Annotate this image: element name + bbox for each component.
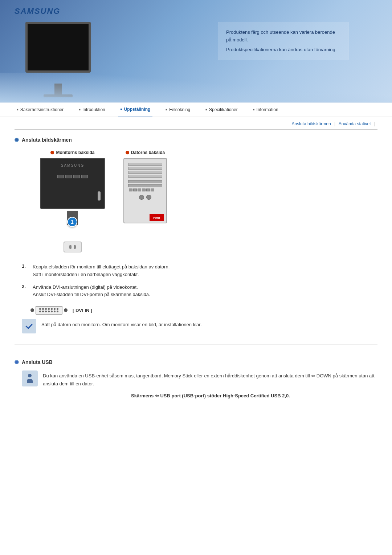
pc-dot-icon	[126, 151, 129, 154]
person-book-svg	[24, 373, 35, 384]
pc-port-1	[129, 189, 132, 191]
section2-dot-icon	[15, 360, 19, 364]
banner-text2: Produktspecifikationerna kan ändras utan…	[226, 46, 340, 54]
note-box-1: Sätt på datorn och monitorn. Om monitorn…	[22, 319, 377, 333]
pc-drive-2	[128, 167, 162, 170]
samsung-logo: SAMSUNG	[15, 7, 60, 16]
checkmark-icon	[22, 319, 36, 333]
nav-item-specs[interactable]: Specifikationer	[203, 102, 240, 117]
pc-tower-illustration: PORT	[123, 158, 167, 223]
dvi-dot-1	[39, 308, 41, 310]
breadcrumb: Ansluta bildskärmen | Använda stativet |	[15, 117, 377, 130]
pc-reset-button	[146, 195, 151, 200]
dvi-right-circle	[64, 308, 68, 312]
monitor-ports	[57, 175, 88, 178]
pc-drive-6	[128, 184, 162, 187]
dvi-dot-3	[45, 308, 47, 310]
nav-label-safety: Säkerhetsinstruktioner	[20, 107, 64, 112]
pc-port-3	[138, 189, 141, 191]
step-badge-1: 1	[67, 217, 77, 227]
person-book-icon	[22, 370, 38, 386]
monitor-brand-label: SAMSUNG	[61, 163, 85, 167]
dvi-label: [ DVI IN ]	[73, 308, 92, 313]
breadcrumb-sep: |	[334, 121, 335, 126]
nav-label-trouble: Felsökning	[169, 107, 190, 112]
monitor-diagram-box: Monitorns baksida SAMSUNG 1	[36, 150, 109, 252]
monitor-port-3	[73, 175, 80, 178]
nav-label-specs: Specifikationer	[209, 107, 238, 112]
section1-title-text: Ansluta bildskärmen	[22, 137, 72, 143]
dvi-dot-13	[54, 311, 56, 312]
monitor-dot-icon	[50, 151, 54, 154]
nav-item-info[interactable]: Information	[251, 102, 281, 117]
dvi-left-circle	[30, 308, 34, 312]
pc-port-5	[146, 189, 150, 191]
usb-note-text: Du kan använda en USB-enhet såsom mus, t…	[43, 370, 377, 388]
monitor-label-text: Monitorns baksida	[56, 150, 94, 155]
usb-note-box: Du kan använda en USB-enhet såsom mus, t…	[22, 370, 377, 388]
pc-drive-3	[128, 171, 162, 174]
nav-item-trouble[interactable]: Felsökning	[163, 102, 192, 117]
instruction-item-1: 1. Koppla elsladden för monitorn till el…	[22, 263, 377, 279]
nav-item-intro[interactable]: Introduktion	[77, 102, 107, 117]
breadcrumb-next[interactable]: Använda stativet	[339, 121, 371, 126]
main-content: Ansluta bildskärmen | Använda stativet |…	[0, 117, 392, 418]
pc-label-text: Datorns baksida	[131, 150, 165, 155]
dvi-port-shape	[36, 306, 62, 315]
pc-port-2	[133, 189, 137, 191]
monitor-diagram-label: Monitorns baksida	[50, 150, 94, 155]
dvi-dot-11	[48, 311, 50, 312]
usb-bold-note: Skärmens ⇦ USB port (USB-port) stöder Hi…	[44, 392, 377, 400]
usb-section: Ansluta USB Du kan använda en USB-enhet …	[15, 344, 377, 400]
banner-text1: Produktens färg och utseende kan variera…	[226, 29, 340, 44]
pc-drive-4	[128, 175, 162, 178]
pc-drive-1	[128, 163, 162, 166]
pc-diagram-box: Datorns baksida	[123, 150, 167, 223]
checkmark-svg	[25, 322, 33, 330]
section2-title-text: Ansluta USB	[22, 359, 53, 365]
monitor-back-rect: SAMSUNG	[40, 158, 105, 209]
breadcrumb-current[interactable]: Ansluta bildskärmen	[292, 121, 331, 126]
monitor-back-illustration: SAMSUNG 1	[36, 158, 109, 223]
section2-title: Ansluta USB	[15, 359, 377, 365]
instruction-item-2: 2. Använda DVI-anslutningen (digital) på…	[22, 284, 377, 299]
pc-port-6	[151, 189, 154, 191]
instruction-text-1: Koppla elsladden för monitorn till elutt…	[33, 263, 170, 279]
pc-drive-5	[128, 180, 162, 183]
nav-label-setup: Uppställning	[124, 107, 151, 112]
dvi-dot-8	[39, 311, 41, 312]
banner-wave	[0, 73, 392, 102]
pc-drive-slots	[128, 163, 162, 187]
pc-diagram-label: Datorns baksida	[126, 150, 165, 155]
instruction-num-2: 2.	[22, 284, 28, 289]
monitor-port-2	[65, 175, 72, 178]
cable-illustration	[98, 191, 101, 200]
outlet-hole-1	[69, 245, 72, 249]
dvi-dot-2	[42, 308, 44, 310]
pc-label-badge: PORT	[150, 214, 164, 221]
nav-label-intro: Introduktion	[82, 107, 105, 112]
instruction-num-1: 1.	[22, 263, 28, 269]
nav-item-safety[interactable]: Säkerhetsinstruktioner	[15, 102, 66, 117]
outlet-shape	[64, 242, 82, 252]
monitor-port-4	[81, 175, 88, 178]
svg-point-0	[28, 374, 32, 377]
dvi-dot-14	[57, 311, 58, 312]
dvi-dot-10	[45, 311, 47, 312]
usb-bold-text: Skärmens ⇦ USB port (USB-port) stöder Hi…	[131, 393, 290, 398]
nav-item-setup[interactable]: Uppställning	[118, 102, 153, 117]
pc-buttons	[139, 194, 151, 201]
dvi-dot-12	[51, 311, 53, 312]
dvi-dot-grid	[39, 308, 59, 312]
outlet-hole-2	[74, 245, 76, 249]
navigation-bar: Säkerhetsinstruktioner Introduktion Upps…	[0, 102, 392, 117]
monitor-port-1	[57, 175, 64, 178]
banner-text-box: Produktens färg och utseende kan variera…	[218, 22, 348, 60]
dvi-dot-5	[51, 308, 53, 310]
section1-title: Ansluta bildskärmen	[15, 137, 377, 143]
outlet-area	[64, 242, 82, 252]
monitor-screen	[25, 22, 91, 73]
instruction-list: 1. Koppla elsladden för monitorn till el…	[22, 263, 377, 299]
dvi-connector-area: [ DVI IN ]	[29, 306, 377, 315]
nav-label-info: Information	[257, 107, 278, 112]
